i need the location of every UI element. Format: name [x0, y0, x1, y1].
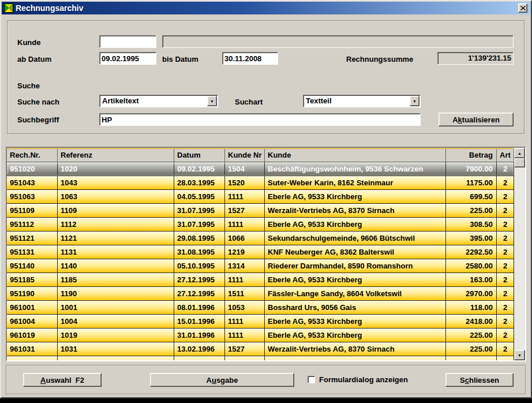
cell-betrag: 308.50 [446, 218, 497, 232]
cell-referenz: 1048 [58, 356, 174, 360]
table-row[interactable]: 951190 1190 27.12.1995 1511 Fässler-Lang… [7, 287, 514, 301]
ab-datum-input[interactable] [99, 52, 156, 65]
chevron-down-icon: ▼ [210, 99, 214, 103]
cell-rechnr: 951063 [7, 190, 58, 204]
table-row[interactable]: 961031 1031 13.02.1996 1527 Werzalit-Ver… [7, 342, 514, 356]
column-header-datum[interactable]: Datum [174, 149, 225, 162]
bis-datum-input[interactable] [222, 52, 278, 65]
cell-referenz: 1185 [58, 273, 174, 287]
cell-referenz: 1043 [58, 176, 174, 190]
ab-datum-label: ab Datum [17, 55, 51, 64]
cell-art: 2 [497, 301, 514, 315]
cell-kunde: Eberle AG, 9533 Kirchberg [265, 329, 446, 342]
scroll-down-button[interactable]: ▼ [514, 350, 525, 360]
cell-betrag: 225.00 [446, 342, 497, 356]
kunde-name-display [162, 35, 514, 48]
cell-kunde: Eberle AG, 9533 Kirchberg [265, 273, 446, 287]
column-header-rechnr[interactable]: Rech.Nr. [7, 149, 58, 162]
suche-nach-dropdown[interactable]: Artikeltext ▼ [99, 95, 218, 107]
cell-referenz: 1112 [58, 218, 174, 232]
schliessen-button[interactable]: Schliessen [445, 373, 514, 387]
rechnungssumme-value: 1'139'231.15 [437, 52, 514, 65]
table-row[interactable]: 951020 1020 09.02.1995 1504 Beschäftigun… [7, 162, 514, 176]
table-row[interactable]: 961019 1019 31.01.1996 1111 Eberle AG, 9… [7, 329, 514, 342]
cell-art: 2 [497, 232, 514, 245]
kunde-input[interactable] [99, 35, 156, 48]
cell-kunde: Eberle AG, 9533 Kirchberg [265, 190, 446, 204]
table-row[interactable]: 951063 1063 04.05.1995 1111 Eberle AG, 9… [7, 190, 514, 204]
cell-referenz: 1063 [58, 190, 174, 204]
cell-kunde: Beschäftigungswohnheim, 9536 Schwarzen [265, 162, 446, 176]
cell-datum: 31.07.1995 [174, 218, 225, 232]
titlebar[interactable]: Rechnungsarchiv [2, 2, 530, 14]
arrow-down-icon: ▼ [518, 353, 522, 357]
cell-betrag: 6243.50 [446, 356, 497, 360]
close-button[interactable] [518, 3, 527, 13]
suchart-dropdown[interactable]: Textteil ▼ [303, 95, 421, 107]
cell-rechnr: 951185 [7, 273, 58, 287]
cell-betrag: 2970.00 [446, 287, 497, 301]
cell-rechnr: 951190 [7, 287, 58, 301]
table-row[interactable]: 961048 1048 06.03.1996 1232 ZAB Zweckver… [7, 356, 514, 360]
cell-betrag: 163.00 [446, 273, 497, 287]
cell-betrag: 118.00 [446, 301, 497, 315]
cell-referenz: 1109 [58, 204, 174, 218]
cell-kundenr: 1111 [225, 315, 265, 329]
cell-kundenr: 1053 [225, 301, 265, 315]
bis-datum-label: bis Datum [162, 55, 198, 64]
kunde-label: Kunde [17, 38, 40, 47]
cell-rechnr: 951020 [7, 162, 58, 176]
cell-kunde: ZAB Zweckverband Abfallverwertung, 9602 [265, 356, 446, 360]
cell-art: 2 [497, 342, 514, 356]
table-row[interactable]: 951109 1109 31.07.1995 1527 Werzalit-Ver… [7, 204, 514, 218]
cell-datum: 04.05.1995 [174, 190, 225, 204]
cell-art: 2 [497, 245, 514, 259]
table-body: 951020 1020 09.02.1995 1504 Beschäftigun… [7, 162, 514, 360]
cell-kundenr: 1219 [225, 245, 265, 259]
table-row[interactable]: 951043 1043 28.03.1995 1520 Suter-Weber … [7, 176, 514, 190]
scrollbar-track[interactable] [514, 167, 525, 350]
suchbegriff-input[interactable] [99, 113, 421, 126]
cell-datum: 27.12.1995 [174, 287, 225, 301]
table-row[interactable]: 961004 1004 15.01.1996 1111 Eberle AG, 9… [7, 315, 514, 329]
aktualisieren-button[interactable]: Aktualisieren [439, 113, 514, 126]
cell-art: 2 [497, 273, 514, 287]
suchart-dropdown-button[interactable]: ▼ [410, 96, 419, 106]
table-row[interactable]: 951131 1131 31.08.1995 1219 KNF Neuberge… [7, 245, 514, 259]
cell-referenz: 1190 [58, 287, 174, 301]
cell-referenz: 1004 [58, 315, 174, 329]
table-row[interactable]: 951121 1121 29.08.1995 1066 Sekundarschu… [7, 232, 514, 245]
cell-kunde: Werzalit-Vertriebs AG, 8370 Sirnach [265, 342, 446, 356]
cell-kundenr: 1232 [225, 356, 265, 360]
column-header-referenz[interactable]: Referenz [58, 149, 174, 162]
vertical-scrollbar[interactable]: ▲ ▼ [514, 148, 525, 360]
table-row[interactable]: 961001 1001 08.01.1996 1053 Bosshard Urs… [7, 301, 514, 315]
suchart-label: Suchart [235, 98, 263, 106]
formulardialog-checkbox[interactable] [308, 376, 315, 383]
cell-kunde: Eberle AG, 9533 Kirchberg [265, 218, 446, 232]
suche-nach-value: Artikeltext [102, 96, 139, 105]
column-header-kundenr[interactable]: Kunde Nr [225, 149, 265, 162]
schliessen-label: Schliessen [460, 376, 499, 385]
cell-referenz: 1140 [58, 259, 174, 273]
column-header-art[interactable]: Art [497, 149, 514, 162]
chevron-down-icon: ▼ [413, 99, 417, 103]
cell-kundenr: 1520 [225, 176, 265, 190]
scroll-up-button[interactable]: ▲ [514, 148, 525, 158]
cell-referenz: 1031 [58, 342, 174, 356]
column-header-betrag[interactable]: Betrag [446, 149, 497, 162]
cell-datum: 15.01.1996 [174, 315, 225, 329]
column-header-kunde[interactable]: Kunde [265, 149, 446, 162]
table-row[interactable]: 951140 1140 05.10.1995 1314 Riederer Dar… [7, 259, 514, 273]
scrollbar-thumb[interactable] [514, 158, 525, 167]
cell-kunde: KNF Neuberger AG, 8362 Balterswil [265, 245, 446, 259]
cell-art: 2 [497, 287, 514, 301]
close-icon [520, 6, 526, 10]
auswahl-f2-button[interactable]: Auswahl F2 [23, 373, 102, 387]
suche-nach-dropdown-button[interactable]: ▼ [207, 96, 217, 106]
table-row[interactable]: 951112 1112 31.07.1995 1111 Eberle AG, 9… [7, 218, 514, 232]
cell-kunde: Bosshard Urs, 9056 Gais [265, 301, 446, 315]
cell-datum: 31.07.1995 [174, 204, 225, 218]
ausgabe-button[interactable]: Ausgabe [150, 373, 294, 387]
table-row[interactable]: 951185 1185 27.12.1995 1111 Eberle AG, 9… [7, 273, 514, 287]
